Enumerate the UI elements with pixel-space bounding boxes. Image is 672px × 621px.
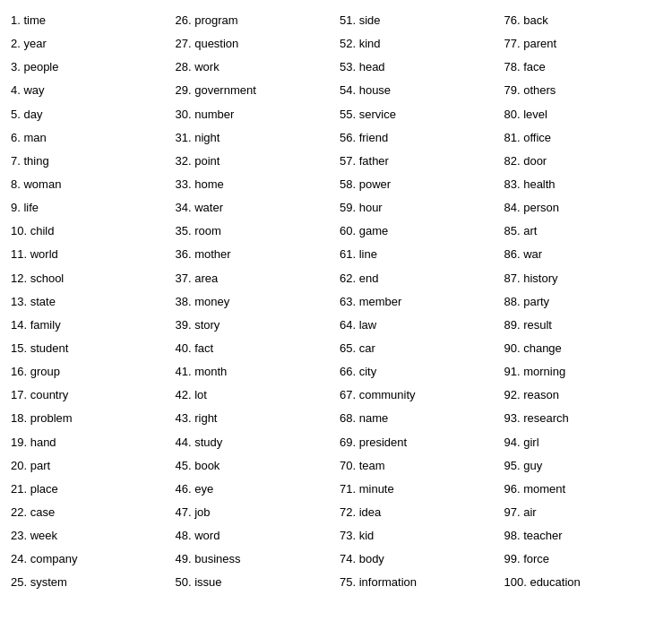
list-item: 27. question [172, 32, 337, 56]
list-item: 47. job [172, 501, 337, 524]
list-item: 36. mother [172, 243, 337, 266]
list-item: 80. level [501, 103, 666, 126]
list-item: 11. world [7, 243, 172, 266]
column-2: 26. program27. question28. work29. gover… [172, 9, 337, 595]
list-item: 91. morning [501, 360, 666, 384]
list-item: 41. month [172, 360, 337, 384]
list-item: 84. person [501, 196, 666, 220]
list-item: 19. hand [7, 431, 172, 454]
list-item: 88. party [501, 290, 666, 314]
list-item: 93. research [501, 407, 666, 430]
list-item: 42. lot [172, 384, 337, 407]
list-item: 31. night [172, 126, 337, 150]
list-item: 89. result [501, 314, 666, 337]
list-item: 74. body [336, 548, 501, 571]
list-item: 97. air [501, 501, 666, 524]
list-item: 38. money [172, 290, 337, 314]
list-item: 18. problem [7, 407, 172, 430]
list-item: 51. side [336, 9, 501, 32]
list-item: 5. day [7, 103, 172, 126]
list-item: 49. business [172, 548, 337, 571]
list-item: 83. health [501, 173, 666, 196]
list-item: 46. eye [172, 478, 337, 501]
list-item: 77. parent [501, 32, 666, 56]
list-item: 55. service [336, 103, 501, 126]
list-item: 32. point [172, 150, 337, 173]
list-item: 81. office [501, 126, 666, 150]
list-item: 9. life [7, 196, 172, 220]
list-item: 62. end [336, 267, 501, 290]
list-item: 17. country [7, 384, 172, 407]
list-item: 23. week [7, 524, 172, 548]
list-item: 69. president [336, 431, 501, 454]
list-item: 73. kid [336, 524, 501, 548]
list-item: 63. member [336, 290, 501, 314]
list-item: 98. teacher [501, 524, 666, 548]
list-item: 60. game [336, 220, 501, 243]
list-item: 57. father [336, 150, 501, 173]
list-item: 35. room [172, 220, 337, 243]
list-item: 22. case [7, 501, 172, 524]
list-item: 6. man [7, 126, 172, 150]
list-item: 28. work [172, 56, 337, 79]
list-item: 13. state [7, 290, 172, 314]
list-item: 71. minute [336, 478, 501, 501]
list-item: 70. team [336, 454, 501, 478]
list-item: 34. water [172, 196, 337, 220]
list-item: 72. idea [336, 501, 501, 524]
word-list-container: 1. time2. year3. people4. way5. day6. ma… [0, 0, 672, 604]
list-item: 33. home [172, 173, 337, 196]
list-item: 21. place [7, 478, 172, 501]
list-item: 44. study [172, 431, 337, 454]
list-item: 4. way [7, 79, 172, 102]
list-item: 3. people [7, 56, 172, 79]
list-item: 78. face [501, 56, 666, 79]
list-item: 95. guy [501, 454, 666, 478]
list-item: 100. education [501, 571, 666, 594]
list-item: 43. right [172, 407, 337, 430]
list-item: 7. thing [7, 150, 172, 173]
list-item: 53. head [336, 56, 501, 79]
list-item: 94. girl [501, 431, 666, 454]
list-item: 61. line [336, 243, 501, 266]
list-item: 8. woman [7, 173, 172, 196]
list-item: 50. issue [172, 571, 337, 594]
list-item: 2. year [7, 32, 172, 56]
list-item: 79. others [501, 79, 666, 102]
list-item: 96. moment [501, 478, 666, 501]
list-item: 25. system [7, 571, 172, 594]
list-item: 14. family [7, 314, 172, 337]
list-item: 66. city [336, 360, 501, 384]
list-item: 87. history [501, 267, 666, 290]
column-1: 1. time2. year3. people4. way5. day6. ma… [7, 9, 172, 595]
list-item: 99. force [501, 548, 666, 571]
list-item: 65. car [336, 337, 501, 360]
list-item: 64. law [336, 314, 501, 337]
list-item: 24. company [7, 548, 172, 571]
list-item: 30. number [172, 103, 337, 126]
list-item: 75. information [336, 571, 501, 594]
list-item: 54. house [336, 79, 501, 102]
list-item: 56. friend [336, 126, 501, 150]
list-item: 48. word [172, 524, 337, 548]
list-item: 76. back [501, 9, 666, 32]
list-item: 90. change [501, 337, 666, 360]
list-item: 92. reason [501, 384, 666, 407]
list-item: 40. fact [172, 337, 337, 360]
column-3: 51. side52. kind53. head54. house55. ser… [336, 9, 501, 595]
list-item: 86. war [501, 243, 666, 266]
list-item: 16. group [7, 360, 172, 384]
list-item: 15. student [7, 337, 172, 360]
list-item: 10. child [7, 220, 172, 243]
list-item: 67. community [336, 384, 501, 407]
list-item: 58. power [336, 173, 501, 196]
list-item: 12. school [7, 267, 172, 290]
list-item: 26. program [172, 9, 337, 32]
list-item: 52. kind [336, 32, 501, 56]
list-item: 59. hour [336, 196, 501, 220]
list-item: 1. time [7, 9, 172, 32]
list-item: 85. art [501, 220, 666, 243]
list-item: 29. government [172, 79, 337, 102]
list-item: 37. area [172, 267, 337, 290]
column-4: 76. back77. parent78. face79. others80. … [501, 9, 666, 595]
